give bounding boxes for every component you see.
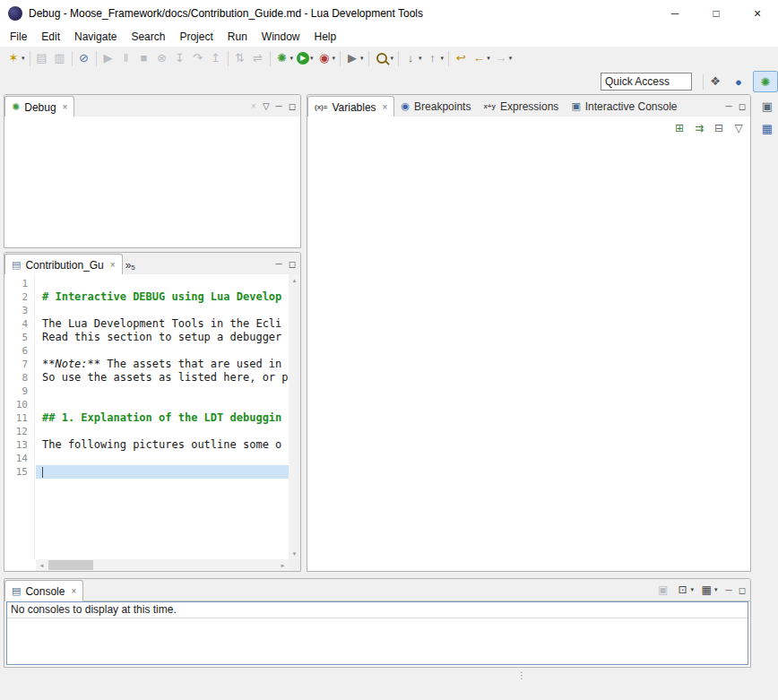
skip-breakpoints-icon[interactable]: ⊘ — [75, 48, 93, 68]
dropdown-arrow-icon[interactable]: ▾ — [509, 55, 513, 62]
maximize-view-icon[interactable]: ◻ — [739, 101, 746, 111]
code-line[interactable] — [36, 277, 289, 290]
dropdown-arrow-icon[interactable]: ▾ — [691, 586, 695, 593]
menu-item-project[interactable]: Project — [172, 28, 220, 46]
maximize-view-icon[interactable]: ◻ — [289, 259, 296, 269]
last-edit-location-icon[interactable]: ↩ — [452, 48, 470, 68]
dropdown-arrow-icon[interactable]: ▾ — [22, 55, 25, 62]
coverage-icon[interactable]: ◉▾ — [316, 48, 338, 68]
hidden-editors-chevron[interactable]: »5 — [123, 259, 140, 274]
show-type-names-icon[interactable]: ⊞ — [670, 118, 688, 138]
code-line[interactable]: The Lua Development Tools in the Ecli — [36, 317, 289, 331]
code-line[interactable] — [36, 385, 289, 398]
minimize-view-icon[interactable]: ─ — [276, 259, 282, 269]
minimize-view-icon[interactable]: ─ — [726, 101, 732, 111]
minimized-view-restore-icon[interactable]: ▣ — [760, 99, 774, 114]
vertical-scrollbar[interactable]: ▲ ▼ — [289, 274, 300, 559]
scroll-up-arrow-icon[interactable]: ▲ — [289, 274, 300, 286]
menu-item-help[interactable]: Help — [307, 28, 344, 46]
scroll-left-arrow-icon[interactable]: ◄ — [36, 559, 48, 571]
toolbar-separator — [398, 51, 399, 66]
previous-annotation-icon[interactable]: ↑▾ — [424, 48, 446, 68]
menu-item-navigate[interactable]: Navigate — [67, 28, 124, 46]
tab-breakpoints[interactable]: ◉Breakpoints — [394, 96, 477, 117]
maximize-view-icon[interactable]: ◻ — [289, 101, 296, 111]
close-tab-icon[interactable]: × — [383, 102, 388, 112]
remove-all-terminated-icon: × — [251, 101, 256, 111]
scrollbar-thumb[interactable] — [48, 560, 93, 570]
tab-interactive-console[interactable]: ▣Interactive Console — [565, 96, 683, 117]
code-line[interactable] — [36, 344, 289, 358]
menu-item-search[interactable]: Search — [124, 28, 172, 46]
sash-grip[interactable]: ⋮ — [517, 670, 525, 680]
open-console-icon[interactable]: ▦▾ — [697, 580, 720, 600]
run-icon[interactable]: ▶▾ — [295, 48, 316, 68]
quick-access-box[interactable]: Quick Access — [601, 73, 692, 91]
close-tab-icon[interactable]: × — [110, 260, 116, 270]
new-console-wizard-icon: ▣ — [654, 580, 672, 600]
close-tab-icon[interactable]: × — [71, 586, 76, 596]
tab-console[interactable]: ▤ Console × — [4, 580, 83, 601]
debug-perspective-button[interactable]: ✺ — [753, 71, 778, 92]
open-perspective-button[interactable]: ❖ — [706, 72, 724, 91]
ldt-perspective-button[interactable]: ● — [726, 71, 751, 92]
code-line[interactable] — [36, 425, 289, 438]
horizontal-scrollbar[interactable]: ◄ ► — [36, 559, 289, 571]
show-logical-structures-icon[interactable]: ⇉ — [690, 118, 708, 138]
code-line[interactable] — [36, 452, 289, 465]
scroll-right-arrow-icon[interactable]: ► — [277, 559, 289, 571]
dropdown-arrow-icon[interactable]: ▾ — [360, 55, 364, 62]
dropdown-arrow-icon[interactable]: ▾ — [333, 55, 336, 62]
view-menu-icon[interactable]: ▽ — [730, 118, 748, 138]
collapse-all-icon[interactable]: ⊟ — [710, 118, 728, 138]
tab-debug[interactable]: ✺ Debug × — [4, 96, 74, 117]
dropdown-arrow-icon[interactable]: ▾ — [419, 55, 422, 62]
code-line[interactable]: The following pictures outline some o — [36, 438, 289, 452]
debug-icon[interactable]: ✺▾ — [273, 48, 296, 68]
dropdown-arrow-icon[interactable]: ▾ — [310, 55, 314, 62]
code-line[interactable] — [36, 465, 289, 479]
back-icon[interactable]: ←▾ — [470, 48, 492, 68]
code-editor[interactable]: # Interactive DEBUG using Lua DevelopThe… — [36, 274, 289, 559]
line-number: 15 — [4, 465, 34, 479]
dropdown-arrow-icon[interactable]: ▾ — [290, 55, 294, 62]
menu-item-window[interactable]: Window — [255, 28, 307, 46]
code-line[interactable]: Read this section to setup a debugger — [36, 331, 289, 344]
tab-variables[interactable]: (x)=Variables× — [307, 96, 394, 117]
code-line[interactable]: ## 1. Explanation of the LDT debuggin — [36, 411, 289, 425]
step-into-icon: ↧ — [171, 48, 189, 68]
minimize-window-button[interactable]: ─ — [654, 0, 696, 27]
code-line[interactable] — [36, 304, 289, 317]
menu-item-run[interactable]: Run — [220, 28, 255, 46]
dropdown-arrow-icon[interactable]: ▾ — [714, 586, 718, 593]
maximize-window-button[interactable]: □ — [696, 0, 737, 27]
tab-contribution-guide[interactable]: ▤ Contribution_Gu × — [4, 254, 123, 275]
display-selected-console-icon[interactable]: ⊡▾ — [674, 580, 696, 600]
search-icon[interactable]: ▾ — [372, 48, 396, 68]
new-wizard-icon[interactable]: ✶▾ — [4, 48, 27, 68]
line-number: 12 — [4, 425, 34, 438]
scroll-down-arrow-icon[interactable]: ▼ — [289, 548, 300, 559]
view-menu-icon[interactable]: ▽ — [263, 101, 270, 111]
editor-tab-label: Contribution_Gu — [25, 259, 103, 272]
maximize-view-icon[interactable]: ◻ — [739, 585, 746, 595]
menu-item-file[interactable]: File — [3, 28, 34, 46]
dropdown-arrow-icon[interactable]: ▾ — [441, 55, 445, 62]
code-line[interactable]: **Note:** The assets that are used in — [36, 358, 289, 371]
minimize-view-icon[interactable]: ─ — [726, 585, 732, 595]
step-return-icon: ↥ — [207, 48, 225, 68]
code-line[interactable]: # Interactive DEBUG using Lua Develop — [36, 290, 289, 304]
external-tools-icon[interactable]: ▶▾ — [343, 48, 366, 68]
minimize-view-icon[interactable]: ─ — [276, 101, 282, 111]
dropdown-arrow-icon[interactable]: ▾ — [391, 55, 394, 62]
close-tab-icon[interactable]: × — [63, 102, 68, 112]
menu-item-edit[interactable]: Edit — [34, 28, 67, 46]
code-line[interactable] — [36, 398, 289, 411]
debug-tab-label: Debug — [24, 101, 56, 114]
minimized-view-grid-icon[interactable]: ▦ — [760, 122, 774, 136]
code-line[interactable]: So use the assets as listed here, or p — [36, 371, 289, 385]
dropdown-arrow-icon[interactable]: ▾ — [487, 55, 490, 62]
close-window-button[interactable]: × — [737, 0, 778, 27]
tab-expressions[interactable]: x+yExpressions — [477, 96, 565, 117]
next-annotation-icon[interactable]: ↓▾ — [402, 48, 424, 68]
